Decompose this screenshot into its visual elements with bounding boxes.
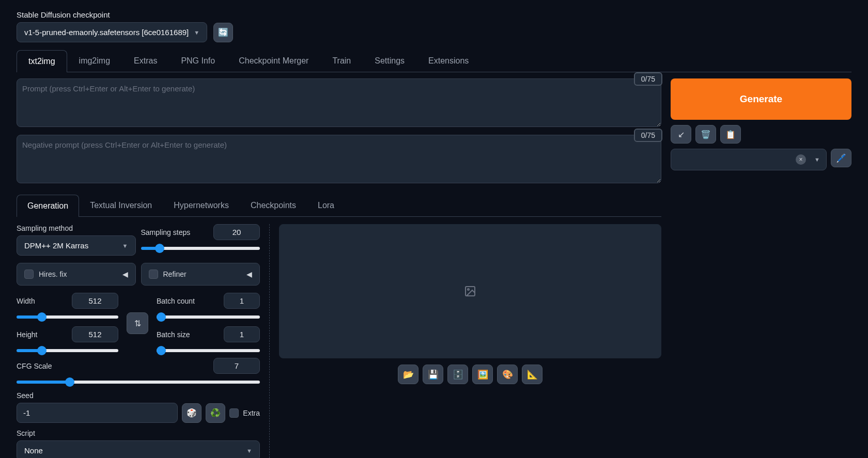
caret-down-icon: ▼ (122, 243, 128, 249)
caret-down-icon: ▼ (814, 156, 820, 163)
hires-fix-label: Hires. fix (39, 270, 67, 278)
subtab-hypernetworks[interactable]: Hypernetworks (163, 194, 240, 216)
refresh-icon: 🔄 (218, 27, 228, 37)
batch-count-input[interactable] (224, 293, 260, 309)
folder-icon: 📂 (403, 369, 414, 380)
prompt-counter: 0/75 (634, 72, 662, 86)
hires-fix-checkbox[interactable] (24, 270, 34, 279)
save-button[interactable]: 💾 (423, 365, 443, 384)
interrogate-button[interactable]: ↙ (671, 125, 691, 144)
output-preview (279, 224, 661, 358)
batch-count-label: Batch count (157, 297, 195, 305)
tab-txt2img[interactable]: txt2img (17, 50, 67, 72)
dice-icon: 🎲 (187, 408, 197, 418)
width-input[interactable] (72, 293, 118, 309)
checkpoint-value: v1-5-pruned-emaonly.safetensors [6ce0161… (24, 28, 189, 37)
checkpoint-dropdown[interactable]: v1-5-pruned-emaonly.safetensors [6ce0161… (17, 22, 207, 42)
open-folder-button[interactable]: 📂 (398, 365, 419, 384)
reuse-seed-button[interactable]: ♻️ (206, 403, 225, 423)
clipboard-icon: 📋 (725, 130, 736, 139)
refiner-label: Refiner (163, 270, 187, 278)
sampling-steps-slider[interactable] (141, 247, 260, 250)
tab-settings[interactable]: Settings (363, 50, 416, 72)
subtab-generation[interactable]: Generation (17, 195, 79, 217)
ruler-icon: 📐 (527, 369, 538, 380)
tab-extensions[interactable]: Extensions (416, 50, 481, 72)
height-input[interactable] (72, 326, 118, 342)
generate-button[interactable]: Generate (671, 78, 851, 120)
send-to-extras-button[interactable]: 📐 (522, 365, 542, 384)
batch-count-slider[interactable] (157, 315, 260, 319)
width-slider[interactable] (17, 315, 118, 319)
svg-point-1 (468, 289, 469, 290)
edit-styles-button[interactable]: 🖊️ (831, 149, 851, 167)
checkpoint-label: Stable Diffusion checkpoint (17, 10, 851, 19)
send-to-inpaint-button[interactable]: 🎨 (497, 365, 518, 384)
clear-prompt-button[interactable]: 🗑️ (695, 125, 716, 144)
tab-train[interactable]: Train (320, 50, 363, 72)
palette-icon: 🎨 (502, 369, 513, 380)
swap-icon: ⇅ (134, 319, 141, 328)
subtab-textual-inversion[interactable]: Textual Inversion (79, 194, 163, 216)
sampling-steps-label: Sampling steps (141, 228, 191, 236)
sampling-method-dropdown[interactable]: DPM++ 2M Karras ▼ (17, 235, 136, 256)
script-label: Script (17, 429, 260, 437)
sampling-method-label: Sampling method (17, 224, 136, 232)
subtab-lora[interactable]: Lora (307, 194, 345, 216)
cfg-scale-label: CFG Scale (17, 362, 52, 370)
image-placeholder-icon (464, 285, 476, 297)
expand-left-icon: ◀ (122, 270, 128, 278)
image-icon: 🖼️ (477, 369, 488, 380)
tab-checkpoint-merger[interactable]: Checkpoint Merger (227, 50, 320, 72)
arrow-down-left-icon: ↙ (678, 130, 685, 139)
batch-size-input[interactable] (224, 326, 260, 342)
pencil-icon: 🖊️ (836, 153, 846, 163)
batch-size-slider[interactable] (157, 349, 260, 352)
archive-icon: 🗄️ (453, 369, 463, 380)
hires-fix-toggle[interactable]: Hires. fix ◀ (17, 263, 136, 286)
recycle-icon: ♻️ (210, 408, 221, 418)
caret-down-icon: ▼ (246, 448, 252, 454)
zip-button[interactable]: 🗄️ (447, 365, 468, 384)
swap-dimensions-button[interactable]: ⇅ (127, 312, 148, 334)
seed-input[interactable] (17, 403, 178, 423)
script-dropdown[interactable]: None ▼ (17, 440, 260, 458)
width-label: Width (17, 297, 35, 305)
clear-styles-icon[interactable]: × (796, 154, 806, 165)
save-icon: 💾 (428, 369, 439, 380)
tab-pnginfo[interactable]: PNG Info (169, 50, 227, 72)
expand-left-icon: ◀ (246, 270, 252, 278)
refiner-toggle[interactable]: Refiner ◀ (141, 263, 260, 286)
caret-down-icon: ▼ (194, 29, 199, 36)
subtab-checkpoints[interactable]: Checkpoints (240, 194, 307, 216)
neg-prompt-counter: 0/75 (634, 129, 662, 142)
seed-label: Seed (17, 391, 260, 400)
styles-dropdown[interactable]: × ▼ (671, 149, 827, 170)
height-label: Height (17, 330, 37, 339)
cfg-scale-input[interactable] (213, 358, 260, 374)
vertical-divider (269, 224, 270, 458)
trash-icon: 🗑️ (701, 130, 711, 139)
seed-extra-checkbox[interactable] (229, 408, 239, 418)
cfg-scale-slider[interactable] (17, 381, 260, 384)
sampling-method-value: DPM++ 2M Karras (24, 241, 88, 250)
refiner-checkbox[interactable] (149, 270, 158, 279)
paste-button[interactable]: 📋 (720, 125, 741, 144)
height-slider[interactable] (17, 349, 118, 352)
batch-size-label: Batch size (157, 330, 190, 339)
negative-prompt-input[interactable] (17, 135, 661, 183)
main-tabs: txt2img img2img Extras PNG Info Checkpoi… (17, 50, 851, 72)
tab-extras[interactable]: Extras (122, 50, 169, 72)
sampling-steps-input[interactable] (213, 224, 260, 240)
seed-extra-label: Extra (243, 409, 260, 417)
send-to-img2img-button[interactable]: 🖼️ (472, 365, 493, 384)
script-value: None (24, 446, 43, 455)
prompt-input[interactable] (17, 78, 661, 127)
tab-img2img[interactable]: img2img (67, 50, 122, 72)
generation-sub-tabs: Generation Textual Inversion Hypernetwor… (17, 194, 661, 217)
random-seed-button[interactable]: 🎲 (182, 403, 202, 423)
refresh-checkpoint-button[interactable]: 🔄 (213, 23, 233, 42)
